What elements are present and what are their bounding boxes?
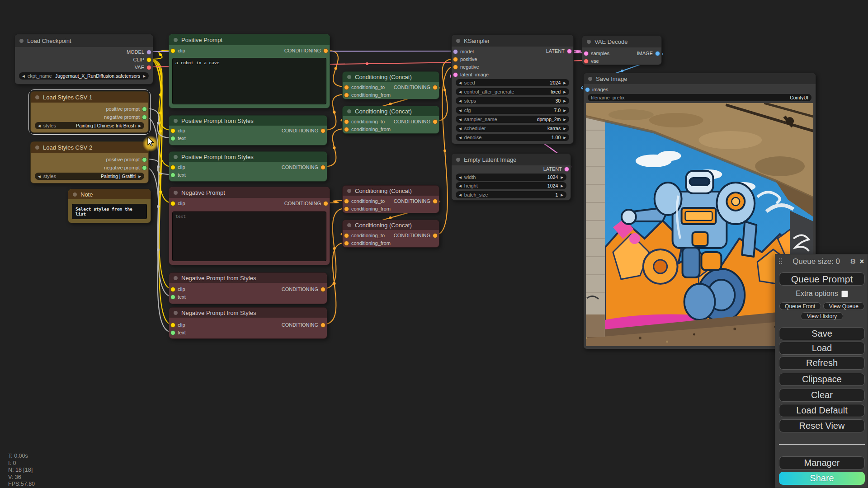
input-slot-negative[interactable]: negative bbox=[453, 63, 479, 70]
slot-dot[interactable] bbox=[585, 87, 590, 92]
collapse-dot-icon[interactable] bbox=[174, 38, 178, 42]
increment-arrow-icon[interactable]: ▶ bbox=[563, 81, 566, 85]
output-slot-CONDITIONING[interactable]: CONDITIONING bbox=[394, 197, 438, 205]
prompt-textarea[interactable]: text bbox=[172, 211, 326, 261]
slot-dot[interactable] bbox=[170, 128, 175, 133]
slot-dot[interactable] bbox=[321, 287, 326, 292]
input-slot-conditioning_from[interactable]: conditioning_from bbox=[344, 91, 391, 99]
slot-dot[interactable] bbox=[433, 199, 438, 204]
increment-arrow-icon[interactable]: ▶ bbox=[138, 174, 141, 178]
increment-arrow-icon[interactable]: ▶ bbox=[561, 193, 563, 197]
node-title-bar[interactable]: VAE Decode bbox=[582, 36, 661, 47]
node-title-bar[interactable]: Positive Prompt from Styles bbox=[169, 116, 327, 126]
slot-dot[interactable] bbox=[344, 119, 349, 124]
share-button[interactable]: Share bbox=[779, 472, 865, 485]
collapse-dot-icon[interactable] bbox=[174, 155, 178, 159]
slot-dot[interactable] bbox=[323, 201, 328, 206]
node-positive_prompt_from_styles_1[interactable]: Positive Prompt from StylescliptextCONDI… bbox=[169, 115, 327, 145]
slot-dot[interactable] bbox=[170, 287, 175, 292]
collapse-dot-icon[interactable] bbox=[347, 75, 351, 79]
input-slot-model[interactable]: model bbox=[453, 48, 474, 55]
decrement-arrow-icon[interactable]: ◀ bbox=[459, 90, 462, 94]
collapse-dot-icon[interactable] bbox=[587, 40, 591, 44]
slot-dot[interactable] bbox=[142, 165, 147, 170]
decrement-arrow-icon[interactable]: ◀ bbox=[459, 193, 462, 197]
slot-dot[interactable] bbox=[146, 50, 151, 55]
slot-dot[interactable] bbox=[344, 85, 349, 90]
node-title-bar[interactable]: Negative Prompt from Styles bbox=[169, 308, 327, 318]
queue-front-button[interactable]: Queue Front bbox=[779, 302, 821, 310]
decrement-arrow-icon[interactable]: ◀ bbox=[459, 184, 462, 188]
decrement-arrow-icon[interactable]: ◀ bbox=[22, 74, 25, 78]
node-note[interactable]: NoteSelect styles from the list bbox=[68, 189, 151, 223]
collapse-dot-icon[interactable] bbox=[347, 189, 351, 193]
slot-dot[interactable] bbox=[344, 241, 349, 246]
output-slot-CONDITIONING[interactable]: CONDITIONING bbox=[394, 118, 438, 125]
node-title-bar[interactable]: Negative Prompt from Styles bbox=[169, 273, 327, 283]
node-title-bar[interactable]: Conditioning (Concat) bbox=[343, 106, 439, 116]
output-slot-positive-prompt[interactable]: positive prompt bbox=[106, 156, 147, 163]
input-slot-conditioning_to[interactable]: conditioning_to bbox=[344, 118, 385, 125]
slot-dot[interactable] bbox=[170, 295, 175, 300]
increment-arrow-icon[interactable]: ▶ bbox=[143, 74, 146, 78]
slot-dot[interactable] bbox=[344, 199, 349, 204]
node-negative_prompt[interactable]: Negative PromptclipCONDITIONINGtext bbox=[169, 187, 330, 265]
node-load_styles_csv_1[interactable]: Load Styles CSV 1positive promptnegative… bbox=[30, 91, 149, 133]
input-slot-positive[interactable]: positive bbox=[453, 56, 477, 63]
input-slot-text[interactable]: text bbox=[170, 329, 186, 336]
input-slot-clip[interactable]: clip bbox=[170, 127, 185, 134]
decrement-arrow-icon[interactable]: ◀ bbox=[459, 81, 462, 85]
slot-dot[interactable] bbox=[170, 173, 175, 178]
node-load_checkpoint[interactable]: Load CheckpointMODELCLIPVAE◀ckpt_nameJug… bbox=[14, 34, 153, 84]
widget-batch_size[interactable]: ◀batch_size1▶ bbox=[456, 191, 566, 198]
increment-arrow-icon[interactable]: ▶ bbox=[563, 90, 566, 94]
collapse-dot-icon[interactable] bbox=[35, 145, 39, 150]
node-negative_prompt_from_styles_2[interactable]: Negative Prompt from StylescliptextCONDI… bbox=[169, 307, 327, 339]
slot-dot[interactable] bbox=[142, 157, 147, 162]
node-conditioning_concat_4[interactable]: Conditioning (Concat)conditioning_tocond… bbox=[342, 220, 439, 248]
input-slot-text[interactable]: text bbox=[170, 293, 186, 300]
widget-styles[interactable]: ◀stylesPainting | Chinese Ink Brush▶ bbox=[35, 122, 144, 129]
widget-height[interactable]: ◀height1024▶ bbox=[456, 182, 566, 189]
node-title-bar[interactable]: Note bbox=[68, 189, 151, 199]
slot-dot[interactable] bbox=[170, 323, 175, 328]
increment-arrow-icon[interactable]: ▶ bbox=[561, 184, 563, 188]
collapse-dot-icon[interactable] bbox=[174, 119, 178, 123]
widget-filename_prefix[interactable]: filename_prefixComfyUI bbox=[588, 94, 811, 101]
input-slot-clip[interactable]: clip bbox=[170, 321, 185, 328]
slot-dot[interactable] bbox=[567, 49, 572, 54]
output-slot-CONDITIONING[interactable]: CONDITIONING bbox=[394, 84, 438, 91]
output-slot-positive-prompt[interactable]: positive prompt bbox=[106, 105, 147, 113]
slot-dot[interactable] bbox=[433, 119, 438, 124]
node-negative_prompt_from_styles_1[interactable]: Negative Prompt from StylescliptextCONDI… bbox=[169, 272, 327, 304]
collapse-dot-icon[interactable] bbox=[174, 276, 178, 280]
input-slot-conditioning_from[interactable]: conditioning_from bbox=[344, 205, 391, 212]
decrement-arrow-icon[interactable]: ◀ bbox=[459, 175, 462, 179]
slot-dot[interactable] bbox=[453, 57, 458, 62]
node-title-bar[interactable]: Load Styles CSV 2 bbox=[31, 142, 148, 153]
collapse-dot-icon[interactable] bbox=[456, 158, 460, 162]
output-slot-CONDITIONING[interactable]: CONDITIONING bbox=[282, 127, 326, 134]
slot-dot[interactable] bbox=[344, 93, 349, 98]
input-slot-samples[interactable]: samples bbox=[584, 50, 609, 57]
decrement-arrow-icon[interactable]: ◀ bbox=[459, 108, 462, 113]
input-slot-conditioning_to[interactable]: conditioning_to bbox=[344, 232, 385, 239]
slot-dot[interactable] bbox=[170, 201, 175, 206]
collapse-dot-icon[interactable] bbox=[35, 95, 39, 99]
output-slot-CLIP[interactable]: CLIP bbox=[133, 56, 151, 63]
collapse-dot-icon[interactable] bbox=[73, 192, 77, 197]
output-slot-CONDITIONING[interactable]: CONDITIONING bbox=[394, 232, 438, 239]
output-slot-negative-prompt[interactable]: negative prompt bbox=[104, 164, 147, 171]
slot-dot[interactable] bbox=[142, 115, 147, 120]
widget-styles[interactable]: ◀stylesPainting | Graffiti▶ bbox=[35, 173, 144, 180]
output-slot-CONDITIONING[interactable]: CONDITIONING bbox=[282, 286, 326, 293]
input-slot-vae[interactable]: vae bbox=[584, 57, 599, 65]
node-graph-canvas[interactable]: Load CheckpointMODELCLIPVAE◀ckpt_nameJug… bbox=[0, 0, 868, 488]
collapse-dot-icon[interactable] bbox=[588, 77, 592, 81]
increment-arrow-icon[interactable]: ▶ bbox=[138, 124, 141, 128]
node-conditioning_concat_1[interactable]: Conditioning (Concat)conditioning_tocond… bbox=[342, 71, 439, 99]
node-title-bar[interactable]: Empty Latent Image bbox=[452, 154, 571, 165]
output-slot-VAE[interactable]: VAE bbox=[135, 64, 151, 71]
slot-dot[interactable] bbox=[564, 167, 569, 172]
widget-cfg[interactable]: ◀cfg7.0▶ bbox=[456, 107, 569, 114]
